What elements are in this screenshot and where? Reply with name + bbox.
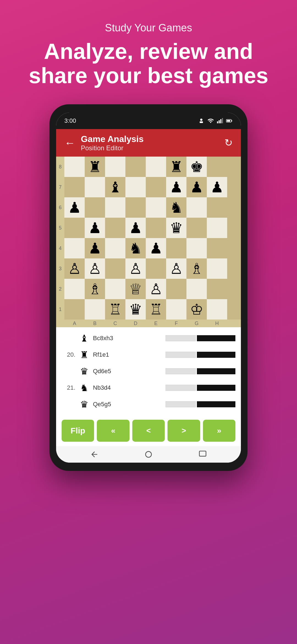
- battery-icon: [226, 118, 233, 124]
- cell-e1[interactable]: ♖: [146, 299, 166, 320]
- cell-b3[interactable]: ♙: [85, 258, 105, 279]
- cell-f2[interactable]: [166, 279, 186, 299]
- cell-b5[interactable]: ♟: [85, 218, 105, 238]
- cell-b2[interactable]: ♗: [85, 279, 105, 299]
- cell-h6[interactable]: [207, 197, 227, 218]
- portrait-icon: [198, 118, 205, 124]
- refresh-button[interactable]: ↻: [224, 137, 233, 149]
- cell-h5[interactable]: [207, 218, 227, 238]
- last-move-button[interactable]: »: [203, 420, 235, 442]
- home-system-icon[interactable]: [142, 447, 155, 461]
- cell-d7[interactable]: [125, 177, 146, 197]
- svg-rect-2: [217, 121, 218, 123]
- cell-c1[interactable]: ♖: [105, 299, 125, 320]
- cell-a8[interactable]: [64, 157, 85, 177]
- cell-e4[interactable]: ♟: [146, 238, 166, 258]
- cell-d6[interactable]: [125, 197, 146, 218]
- cell-d4[interactable]: ♞: [125, 238, 146, 258]
- cell-g3[interactable]: ♗: [186, 258, 207, 279]
- file-d: D: [125, 320, 146, 327]
- cell-h8[interactable]: [207, 157, 227, 177]
- move-notation[interactable]: Qe5g5: [93, 401, 163, 408]
- cell-e8[interactable]: [146, 157, 166, 177]
- cell-c6[interactable]: [105, 197, 125, 218]
- cell-f6[interactable]: ♞: [166, 197, 186, 218]
- cell-h3[interactable]: [207, 258, 227, 279]
- prev-move-button[interactable]: <: [132, 420, 165, 442]
- cell-g1[interactable]: ♔: [186, 299, 207, 320]
- app-bar: ← Game Analysis Position Editor ↻: [56, 129, 241, 157]
- cell-a1[interactable]: [64, 299, 85, 320]
- cell-e2[interactable]: ♙: [146, 279, 166, 299]
- cell-a7[interactable]: [64, 177, 85, 197]
- chess-board[interactable]: ♜♜♚♝♟♟♟♟♞♟♟♛♟♞♟♙♙♙♙♗♗♕♙♖♛♖♔: [64, 157, 227, 320]
- cell-e6[interactable]: [146, 197, 166, 218]
- cell-c3[interactable]: [105, 258, 125, 279]
- cell-g6[interactable]: [186, 197, 207, 218]
- cell-e5[interactable]: [146, 218, 166, 238]
- cell-c8[interactable]: [105, 157, 125, 177]
- first-move-button[interactable]: «: [97, 420, 129, 442]
- cell-h7[interactable]: ♟: [207, 177, 227, 197]
- file-h: H: [207, 320, 227, 327]
- cell-g4[interactable]: [186, 238, 207, 258]
- cell-b7[interactable]: [85, 177, 105, 197]
- cell-b4[interactable]: ♟: [85, 238, 105, 258]
- cell-h1[interactable]: [207, 299, 227, 320]
- recents-system-icon[interactable]: [196, 447, 210, 461]
- cell-f5[interactable]: ♛: [166, 218, 186, 238]
- cell-c5[interactable]: [105, 218, 125, 238]
- svg-rect-5: [222, 118, 223, 123]
- cell-d3[interactable]: ♙: [125, 258, 146, 279]
- chess-board-container: 8 7 6 5 4 3 2 1 ♜♜♚♝♟♟♟♟♞♟♟♛♟♞♟♙♙♙♙♗♗♕♙♖…: [56, 157, 241, 327]
- move-notation[interactable]: Rf1e1: [93, 351, 163, 358]
- rank-3: 3: [57, 258, 63, 279]
- cell-c4[interactable]: [105, 238, 125, 258]
- move-notation[interactable]: Qd6e5: [93, 368, 163, 375]
- move-notation[interactable]: Nb3d4: [93, 384, 163, 391]
- cell-d8[interactable]: [125, 157, 146, 177]
- cell-f1[interactable]: [166, 299, 186, 320]
- piece-icon: ♞: [78, 382, 90, 394]
- white-bar: [166, 352, 196, 358]
- signal-icon: [217, 118, 223, 124]
- cell-g2[interactable]: [186, 279, 207, 299]
- status-time: 3:00: [64, 117, 76, 124]
- cell-e3[interactable]: [146, 258, 166, 279]
- back-system-icon[interactable]: [87, 447, 101, 461]
- cell-d1[interactable]: ♛: [125, 299, 146, 320]
- cell-g5[interactable]: [186, 218, 207, 238]
- cell-h4[interactable]: [207, 238, 227, 258]
- eval-bar: [166, 335, 235, 341]
- cell-c2[interactable]: [105, 279, 125, 299]
- cell-c7[interactable]: ♝: [105, 177, 125, 197]
- cell-f4[interactable]: [166, 238, 186, 258]
- flip-button[interactable]: Flip: [62, 420, 94, 442]
- hero-subtitle: Study Your Games: [22, 22, 275, 34]
- back-button[interactable]: ←: [64, 137, 75, 149]
- white-bar: [166, 401, 196, 407]
- cell-h2[interactable]: [207, 279, 227, 299]
- hero-title: Analyze, review and share your best game…: [22, 39, 275, 88]
- move-notation[interactable]: Bc8xh3: [93, 335, 163, 342]
- cell-e7[interactable]: [146, 177, 166, 197]
- cell-a6[interactable]: ♟: [64, 197, 85, 218]
- cell-a5[interactable]: [64, 218, 85, 238]
- cell-g7[interactable]: ♟: [186, 177, 207, 197]
- phone-screen: 3:00 ← Game Analysis Position Editor ↻: [56, 113, 241, 463]
- cell-d2[interactable]: ♕: [125, 279, 146, 299]
- cell-g8[interactable]: ♚: [186, 157, 207, 177]
- cell-a4[interactable]: [64, 238, 85, 258]
- cell-f3[interactable]: ♙: [166, 258, 186, 279]
- cell-d5[interactable]: ♟: [125, 218, 146, 238]
- next-move-button[interactable]: >: [167, 420, 200, 442]
- svg-point-0: [200, 119, 202, 121]
- cell-b8[interactable]: ♜: [85, 157, 105, 177]
- cell-f8[interactable]: ♜: [166, 157, 186, 177]
- cell-f7[interactable]: ♟: [166, 177, 186, 197]
- piece-icon: ♛: [78, 398, 90, 410]
- cell-b6[interactable]: [85, 197, 105, 218]
- cell-a3[interactable]: ♙: [64, 258, 85, 279]
- cell-b1[interactable]: [85, 299, 105, 320]
- cell-a2[interactable]: [64, 279, 85, 299]
